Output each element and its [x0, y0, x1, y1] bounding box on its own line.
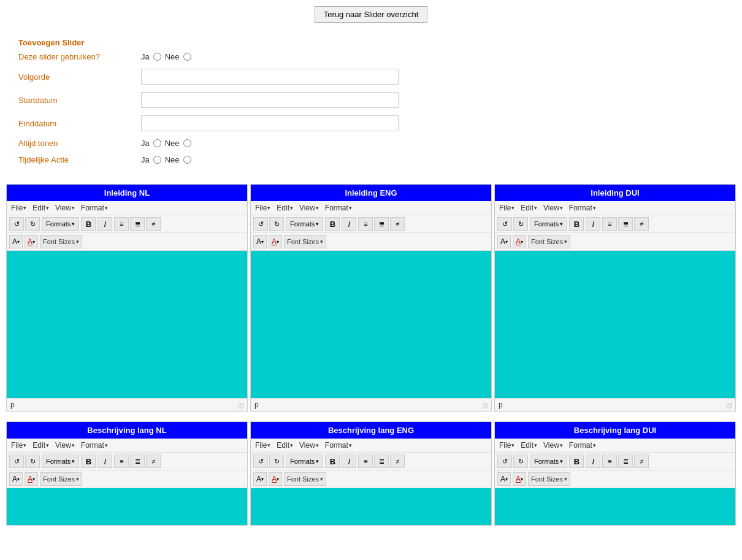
align-left-bdui[interactable]: ≡ — [602, 455, 617, 468]
font-size-select-nl[interactable]: Font Sizes▾ — [40, 235, 82, 248]
edit-menu-bnl[interactable]: Edit▾ — [31, 440, 51, 450]
radio-ja-3[interactable] — [153, 156, 161, 164]
align-left-bnl[interactable]: ≡ — [114, 455, 129, 468]
input-startdatum[interactable] — [141, 92, 399, 108]
resize-handle-nl[interactable]: ◳ — [238, 402, 243, 408]
undo-btn-eng[interactable]: ↺ — [253, 217, 268, 231]
editor-content-beschrijving-dui[interactable] — [495, 488, 735, 525]
align-left-beng[interactable]: ≡ — [358, 455, 373, 468]
redo-btn-bnl[interactable]: ↻ — [25, 455, 40, 468]
edit-menu-dui[interactable]: Edit▾ — [519, 203, 539, 213]
editor-content-beschrijving-nl[interactable] — [7, 488, 247, 525]
file-menu-dui[interactable]: File▾ — [497, 203, 516, 213]
bold-btn-nl[interactable]: B — [81, 217, 96, 231]
italic-btn-bdui[interactable]: I — [586, 455, 600, 468]
radio-ja-1[interactable] — [153, 53, 161, 61]
font-color-btn-nl[interactable]: A▾ — [9, 235, 23, 248]
align-center-nl[interactable]: ≣ — [130, 217, 145, 231]
input-volgorde[interactable] — [141, 69, 399, 85]
format-menu-beng[interactable]: Format▾ — [323, 440, 354, 450]
redo-btn-dui[interactable]: ↻ — [513, 217, 528, 231]
bold-btn-dui[interactable]: B — [569, 217, 584, 231]
font-highlight-btn-beng[interactable]: A▾ — [269, 472, 282, 486]
align-left-eng[interactable]: ≡ — [358, 217, 373, 231]
resize-handle-eng[interactable]: ◳ — [482, 402, 488, 408]
italic-btn-nl[interactable]: I — [98, 217, 112, 231]
bold-btn-bdui[interactable]: B — [569, 455, 584, 468]
align-right-dui[interactable]: ≠ — [634, 217, 649, 231]
format-menu-eng[interactable]: Format▾ — [323, 203, 354, 213]
redo-btn-eng[interactable]: ↻ — [269, 217, 284, 231]
font-size-select-dui[interactable]: Font Sizes▾ — [528, 235, 570, 248]
font-color-btn-beng[interactable]: A▾ — [253, 472, 267, 486]
file-menu-beng[interactable]: File▾ — [253, 440, 272, 450]
font-color-btn-dui[interactable]: A▾ — [497, 235, 511, 248]
font-size-select-beng[interactable]: Font Sizes▾ — [284, 472, 326, 486]
align-center-bdui[interactable]: ≣ — [618, 455, 633, 468]
formats-btn-bnl[interactable]: Formats▾ — [42, 455, 79, 468]
view-menu-nl[interactable]: View▾ — [53, 203, 77, 213]
view-menu-dui[interactable]: View▾ — [541, 203, 565, 213]
file-menu-bdui[interactable]: File▾ — [497, 440, 516, 450]
font-color-btn-bdui[interactable]: A▾ — [497, 472, 511, 486]
formats-btn-bdui[interactable]: Formats▾ — [530, 455, 567, 468]
edit-menu-beng[interactable]: Edit▾ — [275, 440, 295, 450]
font-highlight-btn-nl[interactable]: A▾ — [25, 235, 38, 248]
font-highlight-btn-bdui[interactable]: A▾ — [513, 472, 526, 486]
undo-btn-beng[interactable]: ↺ — [253, 455, 268, 468]
radio-nee-2[interactable] — [183, 139, 191, 147]
file-menu-nl[interactable]: File▾ — [9, 203, 28, 213]
file-menu-bnl[interactable]: File▾ — [9, 440, 28, 450]
align-right-bnl[interactable]: ≠ — [146, 455, 161, 468]
italic-btn-dui[interactable]: I — [586, 217, 600, 231]
edit-menu-nl[interactable]: Edit▾ — [31, 203, 51, 213]
align-right-beng[interactable]: ≠ — [390, 455, 405, 468]
align-right-eng[interactable]: ≠ — [390, 217, 405, 231]
radio-nee-3[interactable] — [183, 156, 191, 164]
align-center-dui[interactable]: ≣ — [618, 217, 633, 231]
format-menu-dui[interactable]: Format▾ — [567, 203, 598, 213]
redo-btn-nl[interactable]: ↻ — [25, 217, 40, 231]
editor-content-inleiding-eng[interactable] — [251, 251, 491, 398]
undo-btn-bdui[interactable]: ↺ — [497, 455, 512, 468]
bold-btn-eng[interactable]: B — [325, 217, 340, 231]
view-menu-bnl[interactable]: View▾ — [53, 440, 77, 450]
format-menu-bnl[interactable]: Format▾ — [79, 440, 110, 450]
editor-content-inleiding-nl[interactable] — [7, 251, 247, 398]
formats-btn-nl[interactable]: Formats▾ — [42, 217, 79, 231]
italic-btn-bnl[interactable]: I — [98, 455, 112, 468]
radio-ja-2[interactable] — [153, 139, 161, 147]
font-highlight-btn-bnl[interactable]: A▾ — [25, 472, 38, 486]
font-size-select-eng[interactable]: Font Sizes▾ — [284, 235, 326, 248]
radio-nee-1[interactable] — [183, 53, 191, 61]
italic-btn-beng[interactable]: I — [342, 455, 356, 468]
edit-menu-bdui[interactable]: Edit▾ — [519, 440, 539, 450]
font-size-select-bdui[interactable]: Font Sizes▾ — [528, 472, 570, 486]
font-highlight-btn-dui[interactable]: A▾ — [513, 235, 526, 248]
font-color-btn-eng[interactable]: A▾ — [253, 235, 267, 248]
align-center-bnl[interactable]: ≣ — [130, 455, 145, 468]
redo-btn-beng[interactable]: ↻ — [269, 455, 284, 468]
align-right-bdui[interactable]: ≠ — [634, 455, 649, 468]
file-menu-eng[interactable]: File▾ — [253, 203, 272, 213]
align-center-beng[interactable]: ≣ — [374, 455, 389, 468]
view-menu-beng[interactable]: View▾ — [297, 440, 321, 450]
back-button[interactable]: Terug naar Slider overzicht — [315, 6, 428, 23]
input-einddatum[interactable] — [141, 115, 399, 131]
bold-btn-beng[interactable]: B — [325, 455, 340, 468]
align-right-nl[interactable]: ≠ — [146, 217, 161, 231]
undo-btn-nl[interactable]: ↺ — [9, 217, 24, 231]
formats-btn-eng[interactable]: Formats▾ — [286, 217, 323, 231]
align-left-nl[interactable]: ≡ — [114, 217, 129, 231]
resize-handle-dui[interactable]: ◳ — [726, 402, 732, 408]
redo-btn-bdui[interactable]: ↻ — [513, 455, 528, 468]
undo-btn-bnl[interactable]: ↺ — [9, 455, 24, 468]
edit-menu-eng[interactable]: Edit▾ — [275, 203, 295, 213]
font-size-select-bnl[interactable]: Font Sizes▾ — [40, 472, 82, 486]
editor-content-inleiding-dui[interactable] — [495, 251, 735, 398]
align-center-eng[interactable]: ≣ — [374, 217, 389, 231]
format-menu-nl[interactable]: Format▾ — [79, 203, 110, 213]
bold-btn-bnl[interactable]: B — [81, 455, 96, 468]
undo-btn-dui[interactable]: ↺ — [497, 217, 512, 231]
font-color-btn-bnl[interactable]: A▾ — [9, 472, 23, 486]
